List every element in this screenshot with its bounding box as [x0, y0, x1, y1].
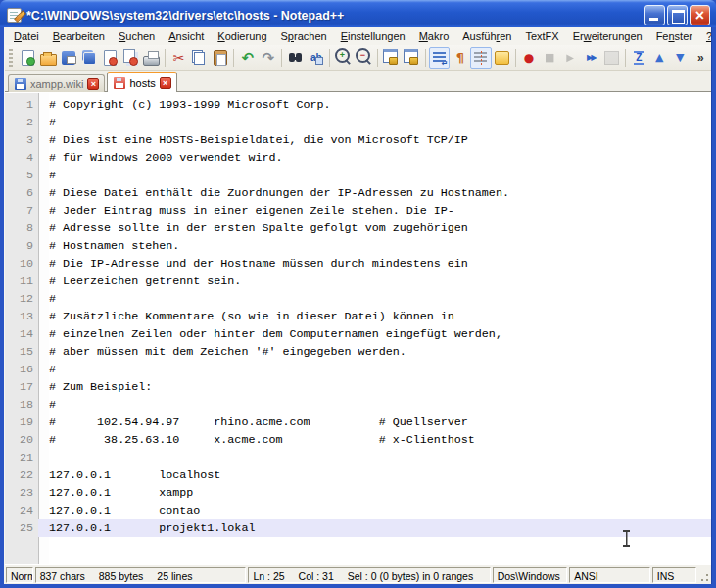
- minimize-button[interactable]: [644, 5, 665, 25]
- close-all-icon[interactable]: [120, 47, 141, 69]
- status-column: Col : 31: [299, 570, 334, 582]
- doc-map-icon[interactable]: [492, 47, 512, 69]
- status-eol-format[interactable]: Dos\Windows: [493, 567, 568, 583]
- save-all-icon[interactable]: [79, 47, 100, 69]
- fold-margin: [38, 449, 49, 466]
- line-text: # Jeder Eintrag muss in einer eigenen Ze…: [49, 202, 711, 220]
- line-number: 12: [5, 290, 38, 308]
- undo-icon[interactable]: [237, 47, 258, 69]
- indent-guide-icon[interactable]: [470, 47, 491, 69]
- editor-line-8[interactable]: 8# Adresse sollte in der ersten Spalte g…: [5, 220, 711, 237]
- save-icon[interactable]: [59, 47, 79, 69]
- editor-line-10[interactable]: 10# Die IP-Adresse und der Hostname müss…: [5, 255, 711, 272]
- toolbar-separator: [625, 49, 626, 67]
- editor-line-22[interactable]: 22127.0.0.1 localhost: [5, 466, 711, 484]
- resize-grip-icon[interactable]: [698, 567, 710, 583]
- menu-hilfe[interactable]: ?: [699, 28, 712, 44]
- editor-line-17[interactable]: 17# Zum Beispiel:: [5, 378, 711, 396]
- line-text: # Leerzeichen getrennt sein.: [49, 272, 711, 290]
- macro-record-icon[interactable]: [519, 47, 540, 69]
- new-file-icon[interactable]: [18, 47, 38, 69]
- menu-einstellungen[interactable]: Einstellungen: [334, 28, 412, 44]
- fold-margin: [38, 519, 49, 537]
- replace-icon[interactable]: [306, 47, 326, 69]
- print-icon[interactable]: [141, 47, 162, 69]
- editor-line-5[interactable]: 5#: [5, 167, 711, 184]
- editor-line-4[interactable]: 4# für Windows 2000 verwendet wird.: [5, 149, 711, 167]
- toolbar-overflow-icon[interactable]: [691, 47, 711, 69]
- menu-erweiterungen[interactable]: Erweiterungen: [566, 28, 649, 44]
- copy-icon[interactable]: [189, 47, 210, 69]
- editor-line-24[interactable]: 24127.0.0.1 contao: [5, 502, 711, 519]
- editor-line-7[interactable]: 7# Jeder Eintrag muss in einer eigenen Z…: [5, 202, 711, 220]
- line-text: 127.0.0.1 contao: [49, 502, 711, 519]
- menu-datei[interactable]: Datei: [7, 28, 46, 44]
- editor-line-19[interactable]: 19# 102.54.94.97 rhino.acme.com # Quells…: [5, 414, 711, 431]
- textfx-icon[interactable]: [629, 47, 649, 69]
- status-doc-stats: 837 chars 885 bytes 25 lines: [35, 567, 247, 583]
- word-wrap-icon[interactable]: [429, 47, 450, 69]
- menu-ausfuehren[interactable]: Ausführen: [455, 28, 518, 44]
- tab-close-icon[interactable]: ×: [160, 77, 171, 89]
- editor-line-23[interactable]: 23127.0.0.1 xampp: [5, 484, 711, 502]
- editor-line-16[interactable]: 16#: [5, 361, 711, 378]
- macro-save-icon[interactable]: [601, 47, 622, 69]
- menu-fenster[interactable]: Fenster: [649, 28, 699, 44]
- tab-close-icon[interactable]: ×: [87, 78, 99, 90]
- zoom-out-icon[interactable]: [354, 47, 374, 69]
- menu-suchen[interactable]: Suchen: [112, 28, 162, 44]
- show-all-chars-icon[interactable]: [450, 47, 470, 69]
- editor-line-9[interactable]: 9# Hostnamen stehen.: [5, 237, 711, 255]
- editor-line-20[interactable]: 20# 38.25.63.10 x.acme.com # x-Clienthos…: [5, 431, 711, 449]
- macro-stop-icon[interactable]: [540, 47, 560, 69]
- tab-xampp-wiki[interactable]: xampp.wiki×: [8, 74, 105, 92]
- line-text: 127.0.0.1 projekt1.lokal: [49, 519, 711, 537]
- close-button[interactable]: [690, 5, 710, 25]
- editor-line-3[interactable]: 3# Dies ist eine HOSTS-Beispieldatei, di…: [5, 131, 711, 149]
- status-encoding[interactable]: ANSI: [569, 567, 650, 583]
- sync-horizontal-icon[interactable]: [402, 47, 422, 69]
- line-number: 19: [5, 414, 38, 431]
- macro-play-icon[interactable]: [560, 47, 581, 69]
- editor-line-11[interactable]: 11# Leerzeichen getrennt sein.: [5, 272, 711, 290]
- editor-line-18[interactable]: 18#: [5, 396, 711, 414]
- line-text: [49, 449, 711, 466]
- editor-line-14[interactable]: 14# einzelnen Zeilen oder hinter dem Com…: [5, 325, 711, 343]
- close-file-icon[interactable]: [100, 47, 120, 69]
- menu-bearbeiten[interactable]: Bearbeiten: [46, 28, 112, 44]
- move-down-icon[interactable]: [670, 47, 691, 69]
- status-insert-mode[interactable]: INS: [652, 567, 696, 583]
- editor-line-2[interactable]: 2#: [5, 114, 711, 131]
- title-bar[interactable]: *C:\WINDOWS\system32\drivers\etc\hosts -…: [0, 0, 716, 27]
- line-number: 16: [5, 361, 38, 378]
- paste-icon[interactable]: [210, 47, 230, 69]
- editor-line-21[interactable]: 21: [5, 449, 711, 466]
- sync-vertical-icon[interactable]: [381, 47, 402, 69]
- macro-run-multiple-icon[interactable]: [581, 47, 601, 69]
- toolbar-grip[interactable]: [9, 49, 13, 67]
- fold-margin: [38, 308, 49, 325]
- editor-line-1[interactable]: 1# Copyright (c) 1993-1999 Microsoft Cor…: [5, 96, 711, 114]
- open-file-icon[interactable]: [38, 47, 59, 69]
- cut-icon[interactable]: [168, 47, 189, 69]
- menu-sprachen[interactable]: Sprachen: [274, 28, 334, 44]
- line-text: # 102.54.94.97 rhino.acme.com # Quellser…: [49, 414, 711, 431]
- redo-icon[interactable]: [258, 47, 278, 69]
- editor-line-25[interactable]: 25127.0.0.1 projekt1.lokal: [5, 519, 711, 537]
- find-icon[interactable]: [285, 47, 306, 69]
- menu-ansicht[interactable]: Ansicht: [162, 28, 211, 44]
- tab-hosts[interactable]: hosts×: [107, 72, 176, 92]
- menu-makro[interactable]: Makro: [412, 28, 456, 44]
- line-text: #: [49, 396, 711, 414]
- move-up-icon[interactable]: [649, 47, 670, 69]
- menu-textfx[interactable]: TextFX: [518, 28, 565, 44]
- editor[interactable]: 1# Copyright (c) 1993-1999 Microsoft Cor…: [5, 92, 711, 564]
- maximize-button[interactable]: [667, 5, 688, 25]
- editor-line-12[interactable]: 12#: [5, 290, 711, 308]
- menu-kodierung[interactable]: Kodierung: [211, 28, 273, 44]
- editor-line-6[interactable]: 6# Diese Datei enthält die Zuordnungen d…: [5, 184, 711, 202]
- editor-line-15[interactable]: 15# aber müssen mit dem Zeichen '#' eing…: [5, 343, 711, 361]
- zoom-in-icon[interactable]: [333, 47, 354, 69]
- menu-bar-items: DateiBearbeitenSuchenAnsichtKodierungSpr…: [7, 28, 712, 44]
- editor-line-13[interactable]: 13# Zusätzliche Kommentare (so wie in di…: [5, 308, 711, 325]
